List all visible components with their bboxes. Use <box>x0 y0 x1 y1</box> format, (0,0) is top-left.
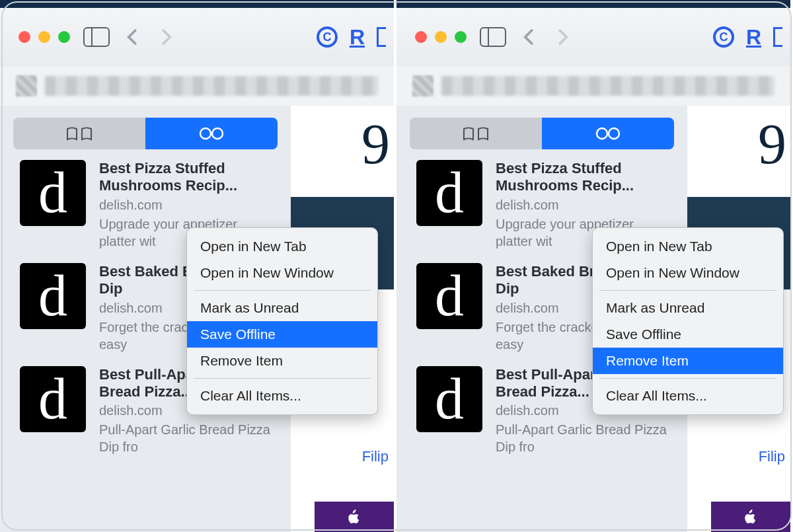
sidebar-segmented-control[interactable] <box>410 118 674 149</box>
book-icon <box>65 125 94 142</box>
ctx-open-new-tab[interactable]: Open in New Tab <box>187 233 377 260</box>
svg-point-2 <box>597 128 607 139</box>
window-toolbar: C R <box>397 0 790 66</box>
left-screenshot: C R d Best Pizza Stuffed Mu <box>0 0 397 532</box>
ctx-mark-unread[interactable]: Mark as Unread <box>593 295 783 321</box>
ctx-remove-item[interactable]: Remove Item <box>187 348 377 374</box>
ctx-clear-all[interactable]: Clear All Items... <box>187 383 377 409</box>
site-icon-d: d <box>20 263 86 329</box>
apple-icon <box>741 508 760 526</box>
glasses-icon <box>593 125 623 142</box>
url-bar[interactable] <box>0 66 394 106</box>
ctx-open-new-tab[interactable]: Open in New Tab <box>593 233 783 260</box>
traffic-lights[interactable] <box>19 31 70 43</box>
context-menu[interactable]: Open in New Tab Open in New Window Mark … <box>186 227 378 415</box>
close-window-icon[interactable] <box>19 31 30 43</box>
forward-button[interactable] <box>156 27 176 47</box>
site-icon-d: d <box>20 366 86 432</box>
apple-icon <box>345 508 363 526</box>
ctx-save-offline[interactable]: Save Offline <box>593 321 783 348</box>
seg-bookmarks[interactable] <box>410 118 542 149</box>
extension-box-icon[interactable] <box>773 27 782 47</box>
site-favicon <box>16 75 37 96</box>
page-large-numeral: 9 <box>361 111 390 177</box>
site-icon-d: d <box>20 160 86 226</box>
site-favicon <box>412 75 434 96</box>
extension-r-icon[interactable]: R <box>746 25 761 50</box>
ctx-separator <box>194 290 371 291</box>
url-text-blurred <box>45 76 378 96</box>
ctx-clear-all[interactable]: Clear All Items... <box>593 383 783 409</box>
ctx-mark-unread[interactable]: Mark as Unread <box>187 295 377 321</box>
url-text-blurred <box>441 76 774 96</box>
apple-badge[interactable] <box>315 502 394 532</box>
site-icon-d: d <box>416 366 482 432</box>
book-icon <box>461 125 490 142</box>
item-title: Best Pizza Stuffed Mushrooms Recip... <box>99 160 278 195</box>
sidebar-toggle-icon[interactable] <box>83 27 110 47</box>
site-icon-d: d <box>416 160 482 226</box>
window-toolbar: C R <box>0 0 394 66</box>
ctx-open-new-window[interactable]: Open in New Window <box>187 260 377 286</box>
ctx-open-new-window[interactable]: Open in New Window <box>593 260 783 286</box>
svg-point-1 <box>212 128 223 139</box>
extension-c-icon[interactable]: C <box>317 26 338 48</box>
back-button[interactable] <box>519 27 539 47</box>
extension-box-icon[interactable] <box>377 27 386 47</box>
sidebar-segmented-control[interactable] <box>13 118 278 149</box>
minimize-window-icon[interactable] <box>38 31 50 43</box>
item-snippet: Pull-Apart Garlic Bread Pizza Dip fro <box>99 421 278 455</box>
seg-bookmarks[interactable] <box>13 118 145 149</box>
ctx-save-offline[interactable]: Save Offline <box>187 321 377 348</box>
zoom-window-icon[interactable] <box>455 31 467 43</box>
svg-point-3 <box>609 128 619 139</box>
comparison-stage: C R d Best Pizza Stuffed Mu <box>0 0 793 532</box>
ctx-remove-item[interactable]: Remove Item <box>593 348 783 374</box>
sidebar-toggle-icon[interactable] <box>480 27 506 47</box>
context-menu[interactable]: Open in New Tab Open in New Window Mark … <box>592 227 784 415</box>
traffic-lights[interactable] <box>415 31 467 43</box>
minimize-window-icon[interactable] <box>435 31 447 43</box>
ctx-separator <box>599 290 776 291</box>
extension-c-icon[interactable]: C <box>713 26 734 48</box>
page-link[interactable]: Filip <box>362 448 389 465</box>
seg-reading-list[interactable] <box>542 118 674 149</box>
back-button[interactable] <box>123 27 143 47</box>
item-title: Best Pizza Stuffed Mushrooms Recip... <box>496 160 674 195</box>
item-domain: delish.com <box>496 198 674 213</box>
page-link[interactable]: Filip <box>759 448 785 465</box>
site-icon-d: d <box>416 263 482 329</box>
extension-r-icon[interactable]: R <box>350 25 365 50</box>
page-large-numeral: 9 <box>758 111 786 177</box>
item-domain: delish.com <box>99 198 278 213</box>
svg-point-0 <box>200 128 211 139</box>
url-bar[interactable] <box>397 66 790 106</box>
apple-badge[interactable] <box>711 502 790 532</box>
zoom-window-icon[interactable] <box>58 31 70 43</box>
right-screenshot: C R d Best Pizza Stuffed Mushrooms <box>397 0 793 532</box>
seg-reading-list[interactable] <box>145 118 278 149</box>
ctx-separator <box>194 378 371 379</box>
ctx-separator <box>599 378 776 379</box>
glasses-icon <box>197 125 226 142</box>
close-window-icon[interactable] <box>415 31 427 43</box>
item-snippet: Pull-Apart Garlic Bread Pizza Dip fro <box>496 421 674 455</box>
forward-button[interactable] <box>552 27 572 47</box>
